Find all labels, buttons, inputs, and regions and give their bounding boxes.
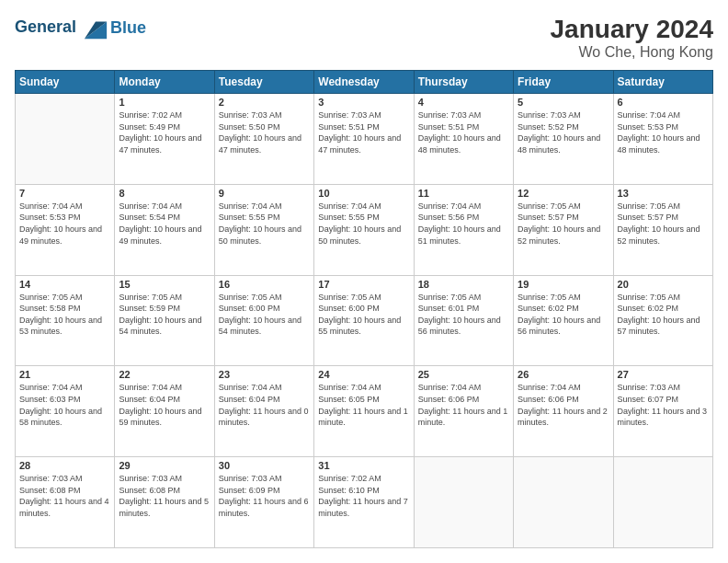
day-info: Sunrise: 7:04 AMSunset: 6:04 PMDaylight:… [119,382,210,428]
day-cell: 4Sunrise: 7:03 AMSunset: 5:51 PMDaylight… [414,94,513,185]
calendar-title: January 2024 [551,15,713,44]
day-info: Sunrise: 7:04 AMSunset: 6:06 PMDaylight:… [518,382,609,428]
day-number: 24 [318,369,409,380]
day-number: 21 [19,369,110,380]
week-row-3: 21Sunrise: 7:04 AMSunset: 6:03 PMDayligh… [16,366,713,457]
day-info: Sunrise: 7:05 AMSunset: 6:02 PMDaylight:… [618,292,709,338]
day-info: Sunrise: 7:05 AMSunset: 5:57 PMDaylight:… [618,201,709,247]
day-number: 30 [219,460,310,471]
day-cell [514,457,613,548]
day-info: Sunrise: 7:04 AMSunset: 5:55 PMDaylight:… [219,201,310,247]
header-tuesday: Tuesday [214,71,313,94]
day-number: 23 [219,369,310,380]
day-info: Sunrise: 7:03 AMSunset: 6:08 PMDaylight:… [19,473,110,519]
day-number: 8 [119,188,210,199]
day-cell: 19Sunrise: 7:05 AMSunset: 6:02 PMDayligh… [514,275,613,366]
day-info: Sunrise: 7:02 AMSunset: 6:10 PMDaylight:… [318,473,409,519]
day-cell: 23Sunrise: 7:04 AMSunset: 6:04 PMDayligh… [214,366,313,457]
header-wednesday: Wednesday [314,71,414,94]
day-cell: 29Sunrise: 7:03 AMSunset: 6:08 PMDayligh… [115,457,214,548]
day-info: Sunrise: 7:05 AMSunset: 5:58 PMDaylight:… [19,292,110,338]
day-info: Sunrise: 7:03 AMSunset: 5:52 PMDaylight:… [518,109,609,155]
day-number: 10 [318,188,409,199]
day-info: Sunrise: 7:04 AMSunset: 5:55 PMDaylight:… [318,201,409,247]
day-info: Sunrise: 7:02 AMSunset: 5:49 PMDaylight:… [119,109,210,155]
day-cell: 3Sunrise: 7:03 AMSunset: 5:51 PMDaylight… [314,94,414,185]
day-cell: 22Sunrise: 7:04 AMSunset: 6:04 PMDayligh… [115,366,214,457]
day-info: Sunrise: 7:03 AMSunset: 6:08 PMDaylight:… [119,473,210,519]
day-info: Sunrise: 7:05 AMSunset: 6:00 PMDaylight:… [318,292,409,338]
day-info: Sunrise: 7:05 AMSunset: 6:00 PMDaylight:… [219,292,310,338]
day-cell: 18Sunrise: 7:05 AMSunset: 6:01 PMDayligh… [414,275,513,366]
day-cell: 26Sunrise: 7:04 AMSunset: 6:06 PMDayligh… [514,366,613,457]
logo-icon [83,15,108,40]
day-number: 6 [618,97,709,108]
day-number: 29 [119,460,210,471]
day-info: Sunrise: 7:04 AMSunset: 5:53 PMDaylight:… [19,201,110,247]
day-info: Sunrise: 7:03 AMSunset: 6:09 PMDaylight:… [219,473,310,519]
day-number: 3 [318,97,409,108]
header-sunday: Sunday [16,71,115,94]
day-info: Sunrise: 7:04 AMSunset: 5:56 PMDaylight:… [418,201,509,247]
day-cell: 7Sunrise: 7:04 AMSunset: 5:53 PMDaylight… [16,184,115,275]
day-info: Sunrise: 7:03 AMSunset: 6:07 PMDaylight:… [618,382,709,428]
day-info: Sunrise: 7:04 AMSunset: 6:03 PMDaylight:… [19,382,110,428]
day-info: Sunrise: 7:05 AMSunset: 5:59 PMDaylight:… [119,292,210,338]
day-number: 14 [19,279,110,290]
day-cell: 30Sunrise: 7:03 AMSunset: 6:09 PMDayligh… [214,457,313,548]
day-cell: 11Sunrise: 7:04 AMSunset: 5:56 PMDayligh… [414,184,513,275]
day-cell: 14Sunrise: 7:05 AMSunset: 5:58 PMDayligh… [16,275,115,366]
day-number: 28 [19,460,110,471]
day-cell: 20Sunrise: 7:05 AMSunset: 6:02 PMDayligh… [613,275,712,366]
day-number: 15 [119,279,210,290]
logo-blue: Blue [110,18,146,38]
week-row-4: 28Sunrise: 7:03 AMSunset: 6:08 PMDayligh… [16,457,713,548]
day-cell [414,457,513,548]
day-number: 13 [618,188,709,199]
day-info: Sunrise: 7:05 AMSunset: 6:01 PMDaylight:… [418,292,509,338]
day-number: 22 [119,369,210,380]
header-thursday: Thursday [414,71,513,94]
day-info: Sunrise: 7:05 AMSunset: 5:57 PMDaylight:… [518,201,609,247]
calendar-table: Sunday Monday Tuesday Wednesday Thursday… [15,70,713,548]
day-info: Sunrise: 7:04 AMSunset: 6:06 PMDaylight:… [418,382,509,428]
week-row-2: 14Sunrise: 7:05 AMSunset: 5:58 PMDayligh… [16,275,713,366]
day-info: Sunrise: 7:04 AMSunset: 6:04 PMDaylight:… [219,382,310,428]
day-number: 25 [418,369,509,380]
day-cell: 17Sunrise: 7:05 AMSunset: 6:00 PMDayligh… [314,275,414,366]
day-cell: 31Sunrise: 7:02 AMSunset: 6:10 PMDayligh… [314,457,414,548]
day-cell [16,94,115,185]
header-saturday: Saturday [613,71,712,94]
day-cell: 5Sunrise: 7:03 AMSunset: 5:52 PMDaylight… [514,94,613,185]
day-info: Sunrise: 7:03 AMSunset: 5:51 PMDaylight:… [318,109,409,155]
day-number: 31 [318,460,409,471]
week-row-1: 7Sunrise: 7:04 AMSunset: 5:53 PMDaylight… [16,184,713,275]
logo: General Blue [15,15,146,40]
day-cell: 27Sunrise: 7:03 AMSunset: 6:07 PMDayligh… [613,366,712,457]
day-number: 26 [518,369,609,380]
logo-general: General [15,17,76,36]
day-number: 19 [518,279,609,290]
header-monday: Monday [115,71,214,94]
day-cell: 25Sunrise: 7:04 AMSunset: 6:06 PMDayligh… [414,366,513,457]
day-info: Sunrise: 7:03 AMSunset: 5:51 PMDaylight:… [418,109,509,155]
day-cell: 1Sunrise: 7:02 AMSunset: 5:49 PMDaylight… [115,94,214,185]
day-number: 20 [618,279,709,290]
day-cell: 10Sunrise: 7:04 AMSunset: 5:55 PMDayligh… [314,184,414,275]
week-row-0: 1Sunrise: 7:02 AMSunset: 5:49 PMDaylight… [16,94,713,185]
day-number: 1 [119,97,210,108]
day-number: 9 [219,188,310,199]
day-number: 5 [518,97,609,108]
day-cell: 24Sunrise: 7:04 AMSunset: 6:05 PMDayligh… [314,366,414,457]
day-cell: 28Sunrise: 7:03 AMSunset: 6:08 PMDayligh… [16,457,115,548]
day-cell: 8Sunrise: 7:04 AMSunset: 5:54 PMDaylight… [115,184,214,275]
day-number: 2 [219,97,310,108]
day-info: Sunrise: 7:04 AMSunset: 5:54 PMDaylight:… [119,201,210,247]
header-friday: Friday [514,71,613,94]
day-cell [613,457,712,548]
day-info: Sunrise: 7:04 AMSunset: 5:53 PMDaylight:… [618,109,709,155]
day-cell: 21Sunrise: 7:04 AMSunset: 6:03 PMDayligh… [16,366,115,457]
day-number: 4 [418,97,509,108]
day-cell: 2Sunrise: 7:03 AMSunset: 5:50 PMDaylight… [214,94,313,185]
title-block: January 2024 Wo Che, Hong Kong [551,15,713,61]
